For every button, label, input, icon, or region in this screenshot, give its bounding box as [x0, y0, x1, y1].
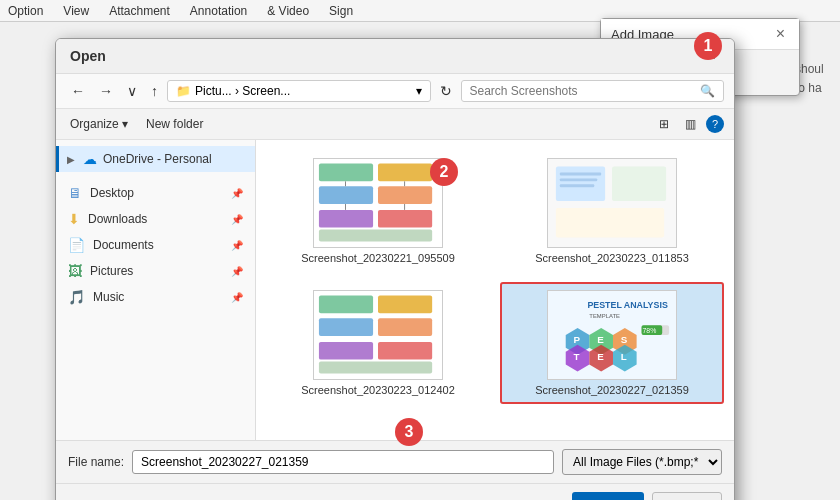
svg-text:E: E — [597, 351, 604, 362]
sidebar-documents-label: Documents — [93, 238, 154, 252]
sidebar-desktop-label: Desktop — [90, 186, 134, 200]
svg-rect-25 — [378, 342, 432, 360]
view-icon1-button[interactable]: ⊞ — [653, 114, 675, 134]
bg-right-text: shoul to ha — [795, 60, 840, 98]
menu-view[interactable]: View — [63, 4, 89, 18]
breadcrumb-text: Pictu... › Screen... — [195, 84, 290, 98]
file-item-2[interactable]: Screenshot_20230223_011853 — [500, 150, 724, 272]
documents-icon: 📄 — [68, 237, 85, 253]
new-folder-button[interactable]: New folder — [142, 115, 207, 133]
search-icon: 🔍 — [700, 84, 715, 98]
svg-rect-23 — [378, 318, 432, 336]
nav-forward-button[interactable]: → — [94, 81, 118, 101]
svg-rect-15 — [556, 208, 664, 238]
sidebar-item-pictures-left: 🖼 Pictures — [68, 263, 133, 279]
file-thumbnail-3 — [313, 290, 443, 380]
nav-up-button[interactable]: ↑ — [146, 81, 163, 101]
svg-rect-13 — [556, 167, 605, 201]
downloads-icon: ⬇ — [68, 211, 80, 227]
nav-refresh-button[interactable]: ↻ — [435, 81, 457, 101]
onedrive-expand-icon: ▶ — [67, 154, 75, 165]
pin-icon-pictures: 📌 — [231, 266, 243, 277]
sidebar-item-music[interactable]: 🎵 Music 📌 — [56, 284, 255, 310]
svg-rect-4 — [378, 186, 432, 204]
svg-rect-7 — [319, 230, 432, 242]
add-image-close-button[interactable]: × — [772, 25, 789, 43]
search-input[interactable] — [470, 84, 701, 98]
breadcrumb-bar[interactable]: 📁 Pictu... › Screen... ▾ — [167, 80, 431, 102]
badge-1: 1 — [694, 32, 722, 60]
view-icons-group: ⊞ ▥ ? — [653, 114, 724, 134]
svg-rect-5 — [319, 210, 373, 228]
pin-icon-music: 📌 — [231, 292, 243, 303]
svg-text:TEMPLATE: TEMPLATE — [589, 313, 620, 319]
content-area: Screenshot_20230221_095509 — [256, 140, 734, 440]
svg-rect-18 — [560, 184, 594, 187]
sidebar-music-label: Music — [93, 290, 124, 304]
pin-icon-desktop: 📌 — [231, 188, 243, 199]
open-dialog-title: Open — [70, 48, 106, 64]
svg-text:PESTEL ANALYSIS: PESTEL ANALYSIS — [587, 300, 668, 310]
sidebar-item-desktop[interactable]: 🖥 Desktop 📌 — [56, 180, 255, 206]
files-toolbar: Organize ▾ New folder ⊞ ▥ ? — [56, 109, 734, 140]
nav-bar: ← → ∨ ↑ 📁 Pictu... › Screen... ▾ ↻ 🔍 — [56, 74, 734, 109]
svg-rect-16 — [560, 172, 601, 175]
cancel-button[interactable]: Cancel — [652, 492, 722, 500]
svg-rect-1 — [319, 164, 373, 182]
sidebar-item-downloads[interactable]: ⬇ Downloads 📌 — [56, 206, 255, 232]
file-name-1: Screenshot_20230221_095509 — [301, 252, 455, 264]
sidebar-item-documents[interactable]: 📄 Documents 📌 — [56, 232, 255, 258]
sidebar-item-pictures[interactable]: 🖼 Pictures 📌 — [56, 258, 255, 284]
svg-text:E: E — [597, 334, 604, 345]
svg-text:S: S — [621, 334, 628, 345]
onedrive-label: OneDrive - Personal — [103, 152, 212, 166]
sidebar-item-desktop-left: 🖥 Desktop — [68, 185, 134, 201]
file-item-4[interactable]: PESTEL ANALYSIS TEMPLATE P E — [500, 282, 724, 404]
svg-rect-24 — [319, 342, 373, 360]
svg-rect-26 — [319, 362, 432, 374]
sidebar-item-downloads-left: ⬇ Downloads — [68, 211, 147, 227]
file-thumbnail-2 — [547, 158, 677, 248]
svg-rect-3 — [319, 186, 373, 204]
breadcrumb-dropdown-icon[interactable]: ▾ — [416, 84, 422, 98]
sidebar: ▶ ☁ OneDrive - Personal 🖥 Desktop 📌 ⬇ Do… — [56, 140, 256, 440]
open-dialog-titlebar: Open × — [56, 39, 734, 74]
filename-label: File name: — [68, 455, 124, 469]
file-thumbnail-4: PESTEL ANALYSIS TEMPLATE P E — [547, 290, 677, 380]
file-item-3[interactable]: Screenshot_20230223_012402 — [266, 282, 490, 404]
onedrive-icon: ☁ — [83, 151, 97, 167]
sidebar-item-documents-left: 📄 Documents — [68, 237, 154, 253]
search-bar[interactable]: 🔍 — [461, 80, 725, 102]
menu-annotation[interactable]: Annotation — [190, 4, 247, 18]
folder-icon: 📁 — [176, 84, 191, 98]
menu-option[interactable]: Option — [8, 4, 43, 18]
view-icon2-button[interactable]: ▥ — [679, 114, 702, 134]
bottom-bar: File name: All Image Files (*.bmp;*.dib;… — [56, 440, 734, 483]
file-thumbnail-1 — [313, 158, 443, 248]
menu-sign[interactable]: Sign — [329, 4, 353, 18]
nav-down-button[interactable]: ∨ — [122, 81, 142, 101]
sidebar-item-onedrive[interactable]: ▶ ☁ OneDrive - Personal — [56, 146, 255, 172]
filename-input[interactable] — [132, 450, 554, 474]
pictures-icon: 🖼 — [68, 263, 82, 279]
menu-video[interactable]: & Video — [267, 4, 309, 18]
nav-back-button[interactable]: ← — [66, 81, 90, 101]
file-name-4: Screenshot_20230227_021359 — [535, 384, 689, 396]
menu-attachment[interactable]: Attachment — [109, 4, 170, 18]
open-button[interactable]: Open — [572, 492, 644, 500]
badge-3: 3 — [395, 418, 423, 446]
sidebar-item-music-left: 🎵 Music — [68, 289, 124, 305]
svg-rect-20 — [319, 296, 373, 314]
svg-rect-6 — [378, 210, 432, 228]
music-icon: 🎵 — [68, 289, 85, 305]
pin-icon-downloads: 📌 — [231, 214, 243, 225]
svg-rect-21 — [378, 296, 432, 314]
organize-button[interactable]: Organize ▾ — [66, 115, 132, 133]
svg-text:L: L — [621, 351, 627, 362]
desktop-icon: 🖥 — [68, 185, 82, 201]
svg-rect-2 — [378, 164, 432, 182]
svg-text:T: T — [574, 351, 580, 362]
filetype-select[interactable]: All Image Files (*.bmp;*.dib;*.jp — [562, 449, 722, 475]
help-button[interactable]: ? — [706, 115, 724, 133]
svg-rect-22 — [319, 318, 373, 336]
